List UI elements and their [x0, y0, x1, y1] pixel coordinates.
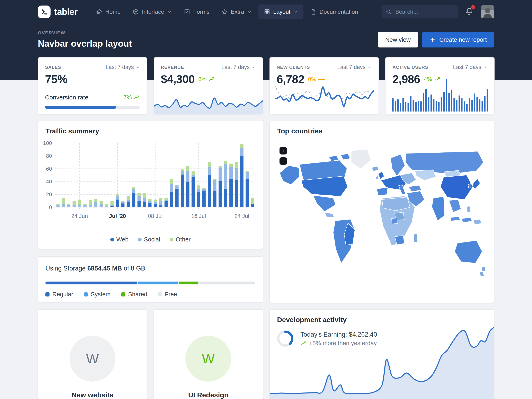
legend-item-other[interactable]: Other — [170, 236, 191, 243]
search-icon — [386, 9, 392, 15]
nav-item-home[interactable]: Home — [91, 5, 126, 19]
chevron-down-icon — [252, 65, 256, 69]
revenue-card: REVENUE Last 7 days $4,300 8% — [154, 57, 263, 114]
storage-legend: Regular System Shared Free — [45, 291, 177, 298]
top-countries-card: Top countries + − — [269, 121, 494, 303]
card-label: ACTIVE USERS — [393, 65, 428, 70]
social-dot-icon — [138, 238, 142, 241]
development-activity-chart — [270, 327, 494, 399]
legend-item-regular: Regular — [45, 291, 73, 298]
notifications-button[interactable] — [465, 7, 474, 17]
brand[interactable]: tabler — [38, 6, 77, 18]
period-dropdown[interactable]: Last 7 days — [337, 64, 372, 70]
legend-item-web[interactable]: Web — [110, 236, 128, 243]
navbar-right — [382, 5, 494, 19]
free-swatch-icon — [158, 292, 162, 297]
project-card-ui-redesign[interactable]: W UI Redesign — [154, 309, 263, 399]
traffic-legend: Web Social Other — [38, 236, 263, 243]
chevron-down-icon — [367, 65, 372, 69]
home-icon — [96, 9, 102, 15]
svg-text:40: 40 — [46, 178, 52, 184]
search-input[interactable] — [382, 5, 458, 19]
svg-text:24 Jul: 24 Jul — [234, 213, 249, 219]
svg-text:0: 0 — [49, 204, 52, 210]
nav-label: Documentation — [319, 9, 358, 15]
storage-used: 6854.45 MB — [87, 265, 122, 272]
project-avatar: W — [70, 336, 115, 382]
layout-grid-icon — [264, 9, 270, 15]
active-users-bar-chart — [392, 79, 489, 112]
countries-title: Top countries — [277, 127, 323, 135]
card-label: REVENUE — [161, 65, 184, 70]
legend-item-system: System — [84, 291, 111, 298]
project-name: New website — [38, 391, 147, 399]
storage-segment-shared — [179, 282, 198, 285]
legend-item-social[interactable]: Social — [138, 236, 160, 243]
traffic-summary-card: Traffic summary 02040608010024 JunJul '2… — [38, 121, 263, 249]
chevron-down-icon — [294, 10, 298, 14]
legend-item-shared: Shared — [121, 291, 147, 298]
project-card-new-website[interactable]: W New website — [38, 309, 147, 399]
conversion-delta: 7% — [124, 94, 140, 101]
nav-item-interface[interactable]: Interface — [127, 5, 177, 19]
nav-label: Home — [105, 9, 121, 15]
active-users-card: ACTIVE USERS Last 7 days 2,986 4% — [385, 57, 494, 114]
svg-text:80: 80 — [46, 153, 52, 159]
page-title: Navbar overlap layout — [38, 38, 132, 49]
star-icon — [222, 9, 228, 15]
nav-item-documentation[interactable]: Documentation — [305, 5, 363, 19]
nav-item-layout[interactable]: Layout — [259, 5, 304, 19]
trending-up-icon — [209, 76, 215, 82]
storage-summary: Using Storage 6854.45 MB of 8 GB — [38, 257, 263, 272]
sales-value: 75% — [45, 72, 67, 86]
nav-item-extra[interactable]: Extra — [216, 5, 257, 19]
project-avatar: W — [185, 336, 231, 382]
tabler-logo-icon — [38, 6, 51, 18]
period-dropdown[interactable]: Last 7 days — [453, 64, 488, 70]
chevron-down-icon — [136, 65, 140, 69]
storage-segment-system — [138, 282, 178, 285]
create-report-button[interactable]: Create new report — [422, 32, 494, 47]
revenue-value: $4,300 — [161, 72, 195, 86]
card-label: SALES — [45, 65, 61, 70]
top-navbar: tabler Home Interface Forms Extra Layout — [0, 0, 532, 24]
period-dropdown[interactable]: Last 7 days — [106, 64, 140, 70]
user-avatar[interactable] — [481, 5, 494, 19]
svg-text:16 Jul: 16 Jul — [191, 213, 206, 219]
world-map[interactable] — [276, 143, 488, 296]
storage-card: Using Storage 6854.45 MB of 8 GB Regular… — [38, 256, 263, 302]
revenue-delta: 8% — [198, 76, 215, 82]
document-icon — [310, 9, 317, 15]
system-swatch-icon — [84, 292, 88, 297]
svg-text:Jul '20: Jul '20 — [109, 213, 126, 219]
search-box — [382, 5, 458, 19]
nav-item-forms[interactable]: Forms — [178, 5, 215, 19]
period-dropdown[interactable]: Last 7 days — [222, 64, 256, 70]
nav-label: Forms — [193, 9, 209, 15]
svg-text:100: 100 — [43, 140, 52, 146]
avatar-image — [481, 5, 494, 19]
brand-name: tabler — [54, 7, 77, 17]
chevron-down-icon — [483, 65, 488, 69]
box-icon — [133, 9, 139, 15]
checkbox-icon — [184, 9, 190, 15]
storage-progress-bar — [45, 282, 255, 285]
new-view-button[interactable]: New view — [378, 32, 418, 47]
storage-segment-regular — [45, 282, 137, 285]
regular-swatch-icon — [45, 292, 50, 297]
page-header: OVERVIEW Navbar overlap layout New view … — [38, 30, 494, 49]
nav-label: Interface — [142, 9, 164, 15]
legend-item-free: Free — [158, 291, 177, 298]
development-title: Development activity — [277, 316, 347, 323]
header-actions: New view Create new report — [378, 32, 494, 47]
web-dot-icon — [110, 238, 114, 241]
new-clients-sparkline-chart — [275, 77, 374, 111]
svg-text:20: 20 — [46, 191, 52, 197]
svg-text:08 Jul: 08 Jul — [148, 213, 163, 219]
conversion-progress — [45, 106, 140, 109]
development-activity-card: Development activity Today's Earning: $4… — [269, 309, 494, 399]
create-report-label: Create new report — [439, 36, 487, 43]
breadcrumb-eyebrow: OVERVIEW — [38, 30, 132, 36]
project-name: UI Redesign — [154, 391, 263, 399]
nav-label: Extra — [231, 9, 244, 15]
